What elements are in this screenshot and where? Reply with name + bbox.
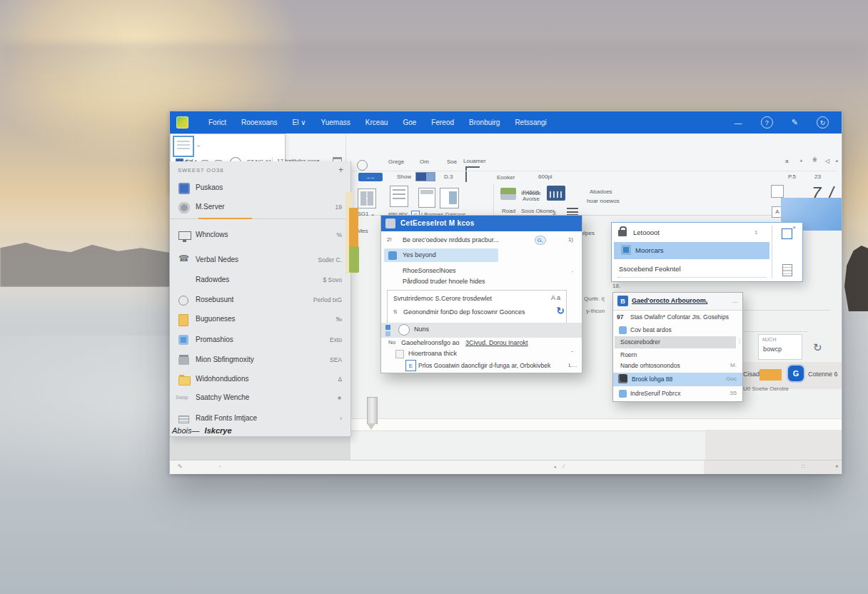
inset-line2[interactable]: Geonondmir fonDo dep foscownr Goonces	[403, 308, 525, 316]
menu-item-promashios[interactable]: Promashios Exto	[170, 332, 350, 349]
gallery-selected-item[interactable]	[173, 136, 194, 157]
glyph-icon-plus[interactable]: +	[799, 158, 803, 164]
globe-chip-icon[interactable]: G,	[535, 236, 546, 245]
popup-item-stas[interactable]: 97 Stas Owlafn* Cofontar JIs. Gosehips	[613, 311, 742, 323]
dropdown-checkbox-row[interactable]: Hioertroana thick ˆ	[381, 348, 582, 359]
menu-item-buguoneses[interactable]: Buguoneses ‰	[170, 311, 350, 328]
popup-item-brook-selected[interactable]: Brook lohga 88 Goc	[613, 373, 742, 386]
tab-6[interactable]: Goe	[403, 119, 416, 126]
star-status-icon[interactable]: ✦	[834, 463, 839, 470]
sync-icon[interactable]: ↻	[817, 116, 829, 129]
g-account-badge[interactable]: G	[788, 366, 804, 381]
radio-button[interactable]	[398, 324, 410, 336]
popup-item-nande[interactable]: Nande orhtosonondos M.	[613, 360, 742, 372]
menu-item-mserver[interactable]: M.Server 19	[170, 199, 350, 216]
camera-icon[interactable]	[357, 160, 368, 171]
redo-arrow-icon[interactable]: ↻	[556, 305, 565, 316]
popup-item-indreseruif[interactable]: IndreSeruif Pobrcx .55	[613, 388, 742, 400]
ribbon-label-show[interactable]: Show	[397, 173, 411, 180]
popup-item-roern[interactable]: Roern	[613, 349, 742, 360]
ribbon-label-grege[interactable]: Grege	[388, 158, 404, 165]
ribbon-label-abadoes[interactable]: Abadoes	[590, 188, 612, 195]
glyph-icon-x[interactable]: ×	[835, 158, 839, 164]
panel-row-ssocebend[interactable]: Ssocebend Feokntel	[612, 261, 772, 278]
mini-blue-button[interactable]: ‒ ‒	[358, 173, 383, 181]
popup-item-cov[interactable]: Cov beat ardos	[613, 324, 742, 336]
tab-1[interactable]: Forict	[208, 119, 226, 126]
font-size-icons[interactable]: A a	[551, 294, 560, 301]
menu-item-radowdes[interactable]: Radowdes $ Sovo	[170, 272, 350, 289]
panel-row-letoooot[interactable]: Letoooot 1	[612, 224, 772, 241]
app-logo-icon[interactable]	[176, 116, 188, 129]
menu-item-verbal-nedes[interactable]: ☎ Verbal Nedes Soder C.	[170, 252, 350, 269]
ribbon-label-road[interactable]: Road	[502, 208, 515, 214]
ribbon-label-om[interactable]: Om	[420, 158, 429, 165]
tab-5[interactable]: Krceau	[365, 119, 388, 126]
ribbon-label-23[interactable]: 23	[814, 173, 821, 180]
green-category-tab[interactable]	[349, 246, 359, 273]
edit-status-icon[interactable]: ✎	[178, 463, 183, 470]
minimize-icon[interactable]: —	[735, 119, 742, 127]
dropdown-item-prlos[interactable]: E Prlos Gooatwin daoncfigir d-funga ar, …	[381, 360, 582, 372]
checkbox[interactable]	[395, 350, 404, 358]
align-button[interactable]	[771, 185, 784, 198]
panel-row-moorcars[interactable]: Moorcars	[614, 242, 769, 259]
folder-chart-icon[interactable]	[547, 186, 565, 201]
menu-item-saatchy[interactable]: Swop Saatchy Wenche ∗	[170, 390, 350, 407]
menu-item-mion[interactable]: Mion Sbfingmoxity SEA	[170, 352, 350, 369]
corner-tool-icon[interactable]	[465, 166, 480, 182]
edit-icon[interactable]: ✎	[792, 118, 798, 127]
tab-4[interactable]: Yuemass	[321, 119, 350, 126]
glyph-icon-a[interactable]: a	[785, 158, 788, 164]
expand-icon[interactable]: 1)	[568, 236, 573, 243]
ribbon-label-soe[interactable]: Soe	[447, 158, 457, 165]
glyph-icon-tri[interactable]: ◁	[825, 158, 829, 164]
dropdown-field[interactable]: MJCH bowcp	[758, 334, 802, 360]
ribbon-label-soos[interactable]: Soos Okoner	[521, 208, 555, 214]
dropdown-item-pardlood[interactable]: Pårdlood truder hnoele hides	[381, 276, 582, 287]
popup-item-soscerebodrer[interactable]: Soscerebodrer ⁞	[613, 336, 742, 348]
popup-header[interactable]: B Gaed'orocto Arbouroom, …	[613, 293, 742, 311]
ribbon-label-p5[interactable]: P.5	[788, 173, 796, 180]
add-icon[interactable]: +	[338, 165, 343, 175]
tab-2[interactable]: Rooexoans	[241, 119, 278, 126]
help-icon[interactable]: ?	[761, 116, 773, 129]
ribbon-label-600pl[interactable]: 600pl	[538, 173, 552, 180]
tab-9[interactable]: Retssangi	[515, 119, 546, 126]
refresh-icon[interactable]: ↻	[813, 341, 822, 354]
orange-color-swatch[interactable]	[760, 369, 782, 381]
dropdown-header: CetEceselrot M kcos	[381, 216, 582, 231]
menu-item-widohondudions[interactable]: Widohondudions ∆	[170, 371, 350, 388]
ribbon-label-d3[interactable]: D.3	[444, 173, 453, 180]
scrollbar-thumb[interactable]: ⁞	[739, 338, 740, 345]
window-layout-icon-2[interactable]	[440, 188, 459, 208]
page-icon[interactable]	[782, 264, 792, 276]
popup-item-label: Roern	[620, 351, 637, 358]
paint-bucket-icon[interactable]	[500, 188, 516, 200]
close-frame-icon[interactable]	[782, 228, 792, 239]
window-layout-icon-1[interactable]	[418, 188, 435, 208]
ribbon-label-eooker[interactable]: Eooker	[497, 174, 515, 181]
attach-status-icon[interactable]: ◦	[219, 463, 221, 470]
dropdown-item-selected[interactable]: Yes beyond	[381, 248, 582, 263]
dropdown-item-rhoe[interactable]: RhoeSonseclNoes .	[381, 266, 582, 276]
inset-line1[interactable]: Svrutrirdemoc S.Cerore trosdewlet	[393, 295, 492, 302]
ribbon-label-inrwock[interactable]: Inrwock	[521, 190, 541, 196]
tab-3[interactable]: El ∨	[293, 119, 306, 126]
subrow-link[interactable]: 3Civud. Dorou Inarokt	[465, 339, 528, 346]
dropdown-subrow[interactable]: No Gaoehelroonsfgo ao 3Civud. Dorou Inar…	[381, 338, 582, 348]
tab-8[interactable]: Bronbuirg	[469, 119, 500, 126]
grid-status-icon[interactable]: ∷	[802, 463, 805, 470]
menu-item-radit[interactable]: Radit Fonts Imtjace ›	[170, 411, 350, 428]
color-swatch[interactable]	[415, 172, 435, 181]
glyph-icon-ref[interactable]: ※	[812, 157, 817, 163]
menu-item-whnclows[interactable]: Whnclows %	[170, 227, 350, 244]
menu-item-puskaos[interactable]: Puskaos	[170, 180, 350, 197]
list-view-icon[interactable]	[390, 186, 408, 207]
orange-category-tab[interactable]	[349, 208, 358, 249]
tab-7[interactable]: Fereod	[431, 119, 454, 126]
grid-view-icon[interactable]	[358, 188, 376, 208]
menu-item-rosebusunt[interactable]: Rosebusunt Perlod txG	[170, 292, 350, 309]
radio-row-band[interactable]: Nuns	[381, 323, 582, 338]
dropdown-item-export[interactable]: 2! Be orec'oedoev nrdduts pracbur... G, …	[381, 234, 582, 247]
